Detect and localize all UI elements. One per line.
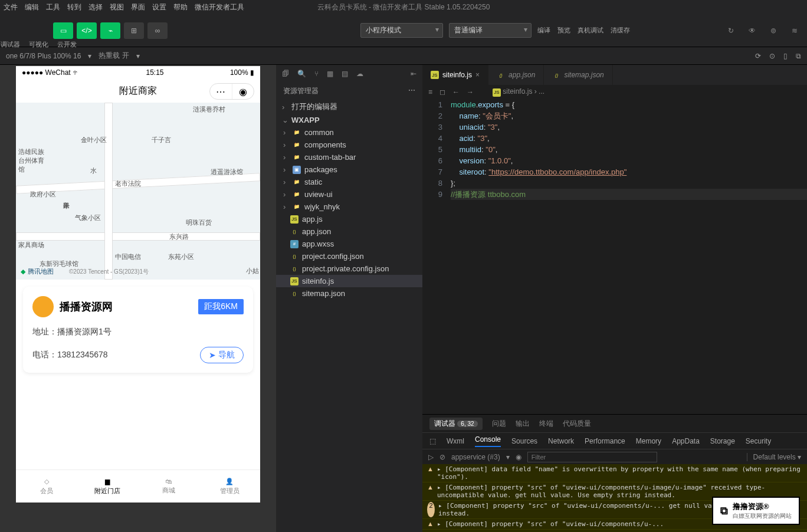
preview-icon[interactable]: 👁 [746,27,759,35]
file-sitemap-json[interactable]: {}sitemap.json [276,287,422,300]
play-icon[interactable]: ▷ [428,453,434,461]
visualize-button[interactable]: ⊞ [124,22,144,39]
map-view[interactable]: 金叶小区 千子言 老市法院 水 政府小区 气象小区 明珠百货 东兴路 浩雄民族台… [16,103,260,280]
menu-goto[interactable]: 转到 [67,2,81,12]
list-icon[interactable]: ≡ [428,88,432,96]
close-icon[interactable]: × [475,71,480,79]
forward-icon[interactable]: → [467,88,474,96]
menu-ui[interactable]: 界面 [131,2,145,12]
dt-console[interactable]: Console [475,435,501,447]
editor-toggle-button[interactable]: </> [77,22,97,39]
map-poi: 浩雄民族台州体育馆 [18,147,49,174]
file-tree: ›打开的编辑器 ⌄WXAPP ›📁common ›📁components ›📁c… [276,100,422,532]
root-folder[interactable]: ⌄WXAPP [276,114,422,126]
context-select[interactable]: appservice (#3) [451,453,500,461]
compile-select[interactable]: 普通编译 [449,23,532,38]
more-icon[interactable]: ⋯ [408,86,415,96]
remote-debug-icon[interactable]: ⊚ [767,27,780,35]
file-project-private[interactable]: {}project.private.config.json [276,262,422,275]
stop-icon[interactable]: ⊙ [769,52,775,60]
back-icon[interactable]: ← [452,88,460,96]
hotreload-toggle[interactable]: 热重载 开 [99,51,129,61]
file-app-wxss[interactable]: #app.wxss [276,238,422,250]
tab-siteinfo[interactable]: JSsiteinfo.js× [422,65,488,85]
bp-terminal[interactable]: 终端 [539,419,553,429]
collapse-icon[interactable]: ⇤ [411,70,416,78]
menu-help[interactable]: 帮助 [173,2,188,12]
tab-sitemap[interactable]: {}sitemap.json [544,65,612,85]
folder-custom-tab-bar[interactable]: ›📁custom-tab-bar [276,151,422,163]
navigate-button[interactable]: ➤导航 [200,347,244,363]
tab-mall[interactable]: 🛍商城 [138,470,199,503]
file-siteinfo-js[interactable]: JSsiteinfo.js [276,275,422,287]
file-app-json[interactable]: {}app.json [276,225,422,238]
clear-icon[interactable]: ⊘ [439,453,445,461]
refresh-icon[interactable]: ⟳ [755,52,761,60]
bp-output[interactable]: 输出 [516,419,530,429]
tab-member[interactable]: ◇会员 [16,470,77,503]
folder-components[interactable]: ›📁components [276,139,422,151]
bp-problems[interactable]: 问题 [492,419,506,429]
filter-input[interactable] [527,452,657,462]
folder-packages[interactable]: ›▣packages [276,163,422,176]
map-poi: 家具商场 [18,241,44,249]
tb-r-compile: 编译 [537,26,550,35]
tab-admin[interactable]: 👤管理员 [199,470,261,503]
clear-cache-icon[interactable]: ≋ [788,27,801,35]
folder-wjyk[interactable]: ›📁wjyk_nhyk [276,201,422,213]
inspect-icon[interactable]: ⬚ [429,437,436,445]
search-icon[interactable]: 🔍 [297,70,306,78]
debugger-toggle-button[interactable]: ⌁ [100,22,120,39]
ext-icon[interactable]: ▦ [327,70,333,78]
mode-select[interactable]: 小程序模式 [360,23,443,38]
log-levels-select[interactable]: Default levels ▾ [747,453,801,461]
capsule[interactable]: ⋯ ◉ [209,83,254,100]
watermark-logo-icon: ⧉ [720,505,728,517]
dt-appdata[interactable]: AppData [672,437,700,445]
code-lines[interactable]: module.exports = { name: "会员卡", uniacid:… [451,99,807,414]
menu-view[interactable]: 视图 [110,2,124,12]
branch-icon[interactable]: ⑂ [314,70,319,78]
menu-about[interactable]: 微信开发者工具 [195,2,244,12]
eye-icon[interactable]: ◉ [516,453,521,461]
device-icon[interactable]: ▯ [783,52,788,60]
file-project-config[interactable]: {}project.config.json [276,250,422,262]
menu-tools[interactable]: 工具 [46,2,60,12]
dt-wxml[interactable]: Wxml [447,437,464,445]
map-poi: 东兴路 [169,232,189,241]
menu-file[interactable]: 文件 [4,2,18,12]
bp-debugger[interactable]: 调试器 6, 32 [429,418,483,430]
dt-sources[interactable]: Sources [511,437,537,445]
bp-quality[interactable]: 代码质量 [563,419,591,429]
code-editor[interactable]: 123456789 module.exports = { name: "会员卡"… [422,99,807,414]
bookmark-icon[interactable]: ◻ [439,88,445,96]
folder-common[interactable]: ›📁common [276,126,422,139]
expand-icon[interactable]: ⧉ [796,52,801,60]
menu-edit[interactable]: 编辑 [25,2,39,12]
dt-security[interactable]: Security [746,437,771,445]
map-copyright: ©2023 Tencent - GS(2023)1号 [69,268,149,276]
tab-nearby[interactable]: ▆附近门店 [77,470,139,503]
open-editors[interactable]: ›打开的编辑器 [276,100,422,114]
cloud-icon[interactable]: ☁ [356,70,363,78]
dt-memory[interactable]: Memory [636,437,661,445]
tb-r-remote: 真机调试 [578,26,603,35]
menu-settings[interactable]: 设置 [152,2,166,12]
files-icon[interactable]: 🗐 [282,70,289,78]
capsule-close-icon[interactable]: ◉ [232,84,254,99]
ext2-icon[interactable]: ▤ [342,70,348,78]
dt-performance[interactable]: Performance [585,437,625,445]
cloud-dev-button[interactable]: ∞ [147,22,168,39]
compile-icon[interactable]: ↻ [724,27,737,35]
folder-static[interactable]: ›📁static [276,176,422,188]
dt-network[interactable]: Network [548,437,574,445]
dt-storage[interactable]: Storage [710,437,735,445]
device-select[interactable]: one 6/7/8 Plus 100% 16 [6,52,81,60]
capsule-menu-icon[interactable]: ⋯ [210,84,232,99]
tab-appjson[interactable]: {}app.json [488,65,544,85]
breadcrumb[interactable]: siteinfo.js › ... [503,87,544,96]
file-app-js[interactable]: JSapp.js [276,213,422,225]
folder-uview-ui[interactable]: ›📁uview-ui [276,188,422,201]
menu-select[interactable]: 选择 [88,2,103,12]
simulator-toggle-button[interactable]: ▭ [53,22,73,39]
